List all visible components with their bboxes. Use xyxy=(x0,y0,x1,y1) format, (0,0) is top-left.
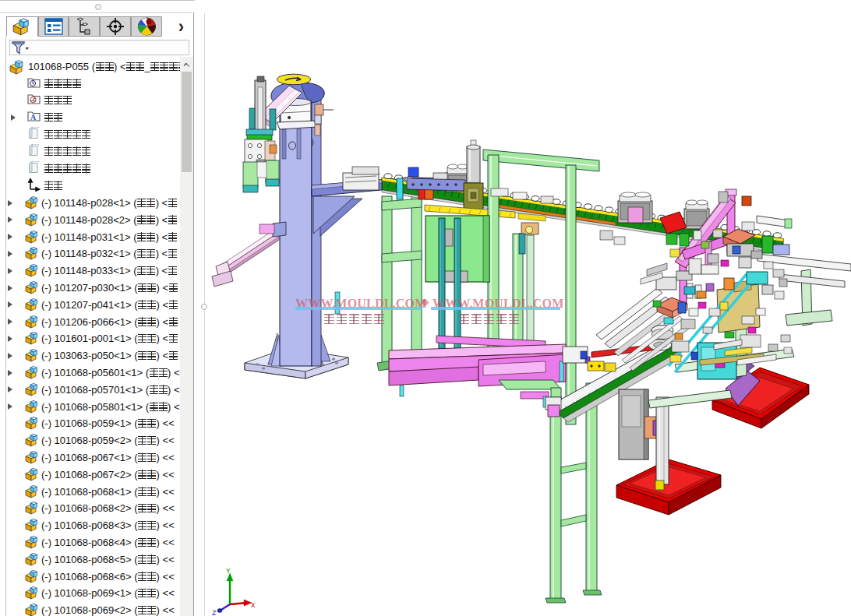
svg-text:Z: Z xyxy=(212,610,217,616)
svg-text:A: A xyxy=(30,113,37,121)
svg-text:X: X xyxy=(251,602,256,610)
svg-text:Y: Y xyxy=(226,568,231,576)
